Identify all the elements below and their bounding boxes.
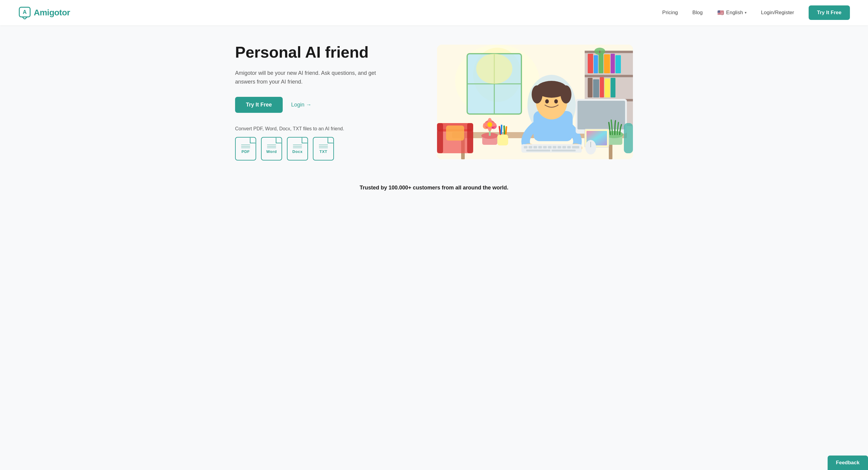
- svg-rect-24: [604, 79, 610, 97]
- hero-login-link[interactable]: Login →: [291, 102, 311, 108]
- svg-rect-54: [562, 146, 566, 148]
- file-icon-pdf: PDF: [235, 137, 256, 160]
- hero-image: [437, 45, 633, 159]
- svg-rect-16: [594, 55, 598, 73]
- svg-rect-15: [588, 54, 593, 73]
- svg-rect-83: [437, 123, 443, 153]
- nav-pricing[interactable]: Pricing: [662, 10, 678, 16]
- svg-rect-13: [585, 75, 633, 77]
- hero-convert-text: Convert PDF, Word, Docx, TXT files to an…: [235, 126, 422, 131]
- header: A Amigotor Pricing Blog 🇺🇸 English ▾ Log…: [0, 0, 868, 25]
- svg-point-36: [561, 85, 571, 104]
- svg-rect-84: [467, 123, 473, 153]
- chevron-down-icon: ▾: [745, 10, 747, 15]
- hero-right-image: [437, 45, 633, 159]
- svg-rect-85: [446, 125, 464, 141]
- svg-rect-18: [604, 54, 610, 73]
- svg-rect-86: [624, 123, 633, 153]
- hero-title: Personal AI friend: [235, 43, 422, 62]
- logo-link[interactable]: A Amigotor: [18, 6, 70, 19]
- logo-icon: A: [18, 6, 31, 19]
- file-icon-docx: Docx: [287, 137, 308, 160]
- file-icons-row: PDF Word Docx: [235, 137, 422, 160]
- svg-rect-55: [567, 146, 571, 148]
- language-selector[interactable]: 🇺🇸 English ▾: [717, 9, 747, 16]
- file-icon-txt: TXT: [313, 137, 334, 160]
- svg-point-69: [487, 122, 492, 127]
- svg-rect-19: [611, 54, 615, 73]
- hero-left-content: Personal AI friend Amigotor will be your…: [235, 43, 422, 160]
- trusted-text: Trusted by 100.000+ customers from all a…: [6, 185, 862, 191]
- feedback-button[interactable]: Feedback: [828, 456, 868, 470]
- svg-point-35: [532, 85, 542, 104]
- svg-rect-58: [552, 150, 576, 151]
- svg-rect-56: [572, 146, 579, 148]
- svg-point-38: [554, 99, 558, 104]
- svg-rect-25: [611, 78, 615, 97]
- hero-subtitle: Amigotor will be your new AI friend. Ask…: [235, 69, 392, 86]
- svg-rect-74: [497, 135, 508, 145]
- svg-rect-51: [548, 146, 552, 148]
- hero-try-it-free-button[interactable]: Try It Free: [235, 97, 283, 113]
- svg-rect-57: [526, 150, 550, 151]
- svg-point-10: [476, 54, 513, 84]
- svg-rect-47: [529, 146, 532, 148]
- svg-rect-20: [615, 55, 621, 73]
- svg-rect-53: [558, 146, 561, 148]
- svg-rect-21: [588, 78, 592, 97]
- nav-try-it-free-button[interactable]: Try It Free: [809, 5, 850, 20]
- hero-actions: Try It Free Login →: [235, 97, 422, 113]
- svg-rect-48: [533, 146, 537, 148]
- svg-point-37: [545, 99, 549, 104]
- nav-blog[interactable]: Blog: [692, 10, 703, 16]
- svg-text:A: A: [23, 9, 27, 15]
- language-label: English: [726, 10, 743, 16]
- svg-rect-52: [553, 146, 556, 148]
- svg-rect-17: [598, 53, 603, 73]
- hero-section: Personal AI friend Amigotor will be your…: [217, 25, 651, 173]
- trusted-banner: Trusted by 100.000+ customers from all a…: [0, 173, 868, 203]
- svg-rect-50: [543, 146, 547, 148]
- main-nav: Pricing Blog 🇺🇸 English ▾ Login/Register…: [662, 5, 850, 20]
- nav-login-register[interactable]: Login/Register: [761, 10, 794, 16]
- svg-rect-22: [593, 79, 599, 97]
- file-icon-word: Word: [261, 137, 282, 160]
- language-flag: 🇺🇸: [717, 9, 724, 16]
- svg-rect-27: [599, 51, 600, 53]
- logo-text: Amigotor: [34, 8, 70, 18]
- svg-rect-23: [600, 77, 604, 97]
- svg-rect-12: [585, 51, 633, 53]
- svg-rect-46: [524, 146, 527, 148]
- svg-rect-49: [538, 146, 542, 148]
